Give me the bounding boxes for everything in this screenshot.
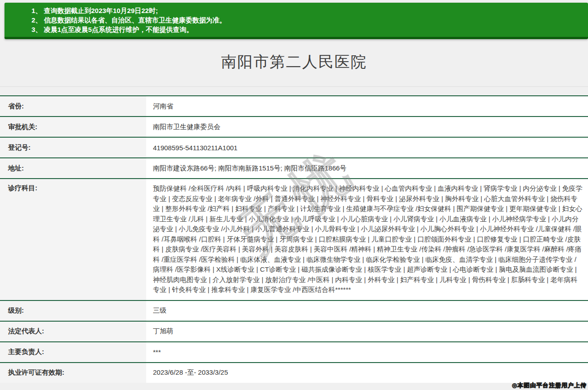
field-label: 诊疗科目: — [0, 179, 146, 300]
notice-line-3: 3、 凌晨1点至凌晨5点系统进行维护，不能提供查询。 — [31, 25, 584, 34]
row-approval-authority: 审批机关: 南阳市卫生健康委员会 — [0, 116, 588, 137]
row-address: 地址: 南阳市建设东路66号; 南阳市南新路1515号; 南阳市信臣路1866号 — [0, 157, 588, 178]
notice-banner: 1、 查询数据截止到2023年10月29日22时; 2、 信息数据结果以各省、自… — [4, 3, 588, 39]
field-label: 法定代表人: — [0, 322, 146, 341]
row-province: 省份: 河南省 — [0, 95, 588, 116]
field-label: 地址: — [0, 158, 146, 178]
field-value: *** — [146, 342, 588, 362]
field-value: 河南省 — [146, 96, 588, 116]
field-label: 登记号: — [0, 138, 146, 157]
field-value: 丁旭萌 — [146, 322, 588, 341]
field-value: 三级 — [146, 301, 588, 321]
row-person-in-charge: 主要负责人: *** — [0, 341, 588, 362]
field-label: 省份: — [0, 96, 146, 116]
divider-line — [0, 86, 588, 87]
page-title: 南阳市第二人民医院 — [221, 52, 367, 72]
field-label: 执业许可证有效期: — [0, 363, 146, 383]
row-registration-number: 登记号: 41908595-541130211A1001 — [0, 137, 588, 157]
field-value: 预防保健科 /全科医疗科 /内科 | 呼吸内科专业 | 消化内科专业 | 神经内… — [146, 179, 588, 300]
notice-line-1: 1、 查询数据截止到2023年10月29日22时; — [31, 6, 584, 15]
row-legal-representative: 法定代表人: 丁旭萌 — [0, 321, 588, 341]
field-label: 级别: — [0, 301, 146, 321]
field-label: 审批机关: — [0, 117, 146, 137]
field-value: 南阳市建设东路66号; 南阳市南新路1515号; 南阳市信臣路1866号 — [146, 158, 588, 178]
field-label: 主要负责人: — [0, 342, 146, 362]
row-license-validity: 执业许可证有效期: 2023/6/28 -至- 2033/3/25 — [0, 362, 588, 383]
hospital-info-table: 省份: 河南省 审批机关: 南阳市卫生健康委员会 登记号: 41908595-5… — [0, 95, 588, 383]
field-value: 41908595-541130211A1001 — [146, 138, 588, 157]
field-value: 南阳市卫生健康委员会 — [146, 117, 588, 137]
row-departments: 诊疗科目: 预防保健科 /全科医疗科 /内科 | 呼吸内科专业 | 消化内科专业… — [0, 178, 588, 300]
field-value: 2023/6/28 -至- 2033/3/25 — [146, 363, 588, 383]
row-level: 级别: 三级 — [0, 300, 588, 321]
notice-line-2: 2、 信息数据结果以各省、自治区、直辖市卫生健康委数据为准。 — [31, 15, 584, 25]
title-area: 南阳市第二人民医院 — [0, 38, 588, 86]
upload-credit-badge: ◎本图由平台注册用户上传 — [512, 381, 587, 390]
